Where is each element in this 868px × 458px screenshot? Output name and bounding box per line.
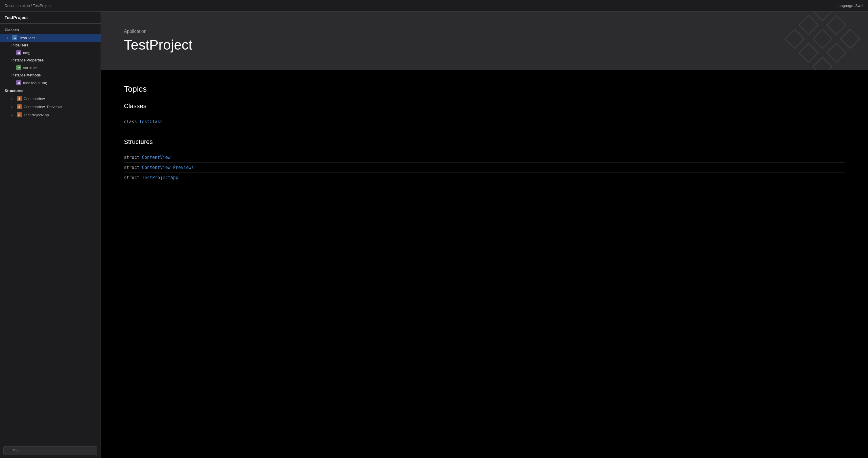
top-bar: Documentation / TestProject Language: Sw… [0,0,868,11]
classes-section-header: Classes [0,26,100,34]
chevron-right-icon-testprojectapp: ▸ [11,113,15,116]
var-x-label: var x: Int [23,66,37,70]
testclass-badge: C [12,35,17,40]
contentview-previews-badge: S [17,104,22,109]
diamond-grid [782,11,862,70]
chevron-right-icon-contentview: ▸ [11,97,15,101]
instance-methods-header: Instance Methods [0,72,100,79]
struct-keyword-2: struct [124,165,140,170]
init-badge: M [16,50,21,55]
init-label: init() [23,51,30,55]
diamond-9 [812,56,833,70]
diamond-6 [826,42,847,63]
topic-row-contentview: struct ContentView [124,152,845,163]
hero-section: Application TestProject [101,11,868,70]
sidebar-item-func-foo[interactable]: M func foo(a: Int) [0,79,100,87]
main-layout: TestProject Classes ▾ C TestClass Initia… [0,11,868,458]
testprojectapp-label: TestProjectApp [24,113,49,117]
sidebar-project-title: TestProject [0,11,100,24]
sidebar-tree: Classes ▾ C TestClass Initializers M ini… [0,24,100,443]
diamond-1 [812,11,833,21]
topic-group-classes-title: Classes [124,103,845,112]
sidebar-item-contentview-previews[interactable]: ▸ S ContentView_Previews [0,103,100,111]
contentview-previews-link[interactable]: ContentView_Previews [142,165,194,170]
topics-title: Topics [124,85,845,94]
chevron-down-icon: ▾ [7,36,10,39]
func-foo-badge: M [16,80,21,85]
topic-group-classes: Classes class TestClass [124,103,845,126]
topic-row-testclass: class TestClass [124,117,845,126]
sidebar-filter-area: ≡ [0,443,100,458]
contentview-badge: S [17,96,22,101]
sidebar-item-init[interactable]: M init() [0,49,100,57]
chevron-right-icon-previews: ▸ [11,105,15,109]
sidebar-item-contentview[interactable]: ▸ S ContentView [0,94,100,103]
diamond-5 [812,29,833,49]
content-section: Topics Classes class TestClass Structure… [101,70,868,208]
class-keyword: class [124,119,137,124]
func-foo-label: func foo(a: Int) [23,81,47,85]
topic-group-structures: Structures struct ContentView struct Con… [124,138,845,182]
filter-wrapper: ≡ [3,446,97,455]
hero-subtitle: Application [124,29,845,34]
diamond-3 [840,29,861,49]
testclass-link[interactable]: TestClass [139,119,162,124]
hero-decoration [794,13,851,69]
sidebar-item-testprojectapp[interactable]: ▸ S TestProjectApp [0,111,100,119]
sidebar: TestProject Classes ▾ C TestClass Initia… [0,11,101,458]
breadcrumb: Documentation / TestProject [5,3,51,8]
diamond-2 [826,15,847,35]
topic-row-testprojectapp: struct TestProjectApp [124,173,845,182]
testclass-label: TestClass [19,36,35,40]
sidebar-item-var-x[interactable]: P var x: Int [0,64,100,72]
hero-title: TestProject [124,37,845,53]
structures-section-header: Structures [0,87,100,94]
diamond-8 [799,42,819,63]
main-content: Application TestProject Topics [101,11,868,458]
struct-keyword-3: struct [124,175,140,180]
initializers-header: Initializers [0,42,100,49]
struct-keyword-1: struct [124,155,140,160]
contentview-previews-label: ContentView_Previews [24,105,62,109]
sidebar-item-testclass[interactable]: ▾ C TestClass [0,34,100,42]
topic-group-structures-title: Structures [124,138,845,148]
topic-row-contentview-previews: struct ContentView_Previews [124,163,845,173]
contentview-label: ContentView [24,96,45,101]
contentview-link[interactable]: ContentView [142,155,170,160]
testprojectapp-badge: S [17,112,22,117]
diamond-4 [799,15,819,35]
instance-properties-header: Instance Properties [0,57,100,64]
var-x-badge: P [16,65,21,70]
filter-input[interactable] [3,446,97,455]
testprojectapp-link[interactable]: TestProjectApp [142,175,178,180]
language-label: Language: Swift [837,3,863,8]
